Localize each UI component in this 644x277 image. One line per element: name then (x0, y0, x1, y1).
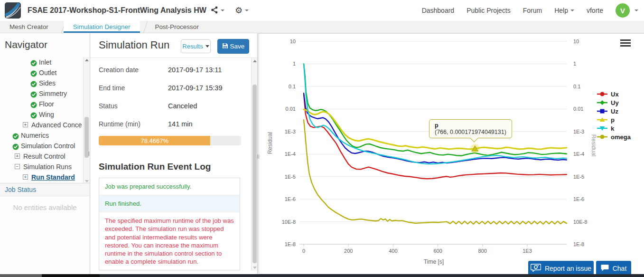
avatar[interactable]: V (616, 3, 630, 18)
tree-item-label: Wing (0, 111, 54, 118)
tab-simulation-designer[interactable]: Simulation Designer (64, 21, 140, 33)
header-nav: Dashboard Public Projects Forum Help vfo… (422, 0, 638, 21)
chart-tooltip: p (766, 0.000171974049131) (429, 119, 512, 138)
navigator-tree: InletOutletSidesSimmetryFloorWing+Advanc… (0, 57, 83, 183)
bottom-bar-segment (100, 274, 644, 277)
collapse-minus-icon[interactable]: − (15, 164, 20, 169)
tree-item-floor[interactable]: Floor (0, 99, 83, 109)
page-title: Simulation Run (99, 39, 169, 51)
chevron-down-icon (635, 10, 638, 11)
field-value: 141 min (168, 120, 193, 128)
progress-fill: 78.4667% (99, 136, 210, 145)
svg-text:800: 800 (478, 248, 487, 254)
event-log-entry: The specified maximum runtime of the job… (99, 212, 240, 270)
svg-text:p: p (611, 116, 615, 124)
svg-text:1E-6: 1E-6 (285, 196, 296, 202)
save-icon (222, 43, 228, 50)
scrollbar-thumb[interactable] (84, 117, 89, 158)
navigator-panel: Navigator InletOutletSidesSimmetryFloorW… (0, 33, 90, 274)
tree-item-outlet[interactable]: Outlet (0, 67, 83, 78)
svg-text:10E-8: 10E-8 (573, 219, 587, 225)
job-status-header[interactable]: Job Status (0, 183, 90, 196)
share-button[interactable] (211, 4, 224, 17)
expand-plus-icon[interactable]: + (23, 174, 28, 180)
field-value: 2017-09-17 15:39 (168, 84, 223, 92)
share-icon (211, 6, 218, 15)
chart-context-menu-button[interactable] (620, 39, 631, 48)
residuals-chart-svg[interactable]: 1010110.10.10.010.011E-31E-31E-41E-41E-5… (259, 34, 644, 274)
tooltip-value: (766, 0.000171974049131) (435, 129, 506, 135)
report-issue-label: Report an issue (545, 265, 591, 272)
residuals-chart[interactable]: 1010110.10.10.010.011E-31E-31E-41E-41E-5… (259, 34, 644, 276)
field-label: Creation date (90, 66, 168, 74)
nav-username[interactable]: vforte (587, 7, 603, 14)
tree-item-advanced-conce[interactable]: +Advanced Conce... (0, 120, 83, 130)
tree-item-simulation-runs[interactable]: −Simulation Runs (0, 162, 83, 172)
legend-item-Ux[interactable]: Ux (597, 91, 619, 98)
tree-item-result-control[interactable]: +Result Control (0, 151, 83, 162)
tree-item-numerics[interactable]: Numerics (0, 130, 83, 141)
svg-text:Residual: Residual (590, 134, 597, 157)
tree-item-simmetry[interactable]: Simmetry (0, 88, 83, 99)
tree-item-sides[interactable]: Sides (0, 78, 83, 88)
tree-item-label: Numerics (0, 132, 49, 139)
panel-resize-handle[interactable] (257, 154, 259, 159)
run-panel-scrollbar[interactable] (251, 58, 257, 271)
svg-text:1E3: 1E3 (523, 248, 532, 254)
field-row: StatusCanceled (90, 97, 257, 115)
nav-help[interactable]: Help (554, 7, 574, 14)
nav-forum[interactable]: Forum (523, 7, 542, 14)
report-issue-button[interactable]: Report an issue (528, 261, 594, 276)
legend-item-p[interactable]: p (597, 116, 615, 124)
nav-public-projects[interactable]: Public Projects (467, 7, 511, 14)
tree-item-wing[interactable]: Wing (0, 109, 83, 120)
settings-button[interactable]: ⚙ (235, 4, 249, 17)
expand-plus-icon[interactable]: + (23, 122, 28, 127)
job-status-empty: No entities available (0, 203, 90, 211)
svg-text:omega: omega (611, 134, 631, 141)
gear-icon: ⚙ (235, 6, 243, 15)
svg-text:Time [s]: Time [s] (424, 258, 444, 265)
app-logo-icon[interactable] (5, 2, 21, 19)
chart-tick-labels: 1010110.10.10.010.011E-31E-31E-41E-41E-5… (267, 38, 597, 265)
svg-text:1E-6: 1E-6 (573, 196, 584, 202)
svg-text:1: 1 (293, 61, 296, 67)
chevron-down-icon (570, 10, 574, 11)
legend-item-omega[interactable]: omega (597, 134, 631, 141)
tab-post-processor[interactable]: Post-Processor (146, 21, 208, 33)
scroll-up-icon[interactable] (253, 60, 257, 62)
expand-plus-icon[interactable]: + (15, 153, 20, 159)
svg-text:0.01: 0.01 (286, 106, 296, 112)
results-dropdown-button[interactable]: Results (181, 39, 211, 53)
legend-item-k[interactable]: k (597, 125, 615, 132)
svg-text:Ux: Ux (611, 91, 619, 98)
scroll-down-icon[interactable] (253, 267, 257, 269)
navigator-scrollbar[interactable] (83, 57, 89, 184)
svg-text:10: 10 (290, 38, 296, 44)
scroll-up-icon[interactable] (85, 59, 89, 61)
legend-item-Uy[interactable]: Uy (597, 99, 619, 106)
chat-button[interactable]: Chat (596, 261, 631, 276)
bottom-bar-segment (42, 274, 100, 277)
chat-bubble-icon (601, 264, 609, 273)
tree-item-run-standard[interactable]: +Run Standard (0, 172, 83, 182)
event-log-entry: Job was prepared successfully. (99, 178, 240, 195)
chart-series (304, 64, 567, 224)
legend-item-Uz[interactable]: Uz (597, 108, 618, 115)
tree-item-inlet[interactable]: Inlet (0, 57, 83, 67)
tree-item-simulation-control[interactable]: Simulation Control (0, 141, 83, 151)
svg-text:0: 0 (302, 248, 305, 254)
svg-text:1E-8: 1E-8 (285, 241, 296, 247)
event-log: Job was prepared successfully.Run finish… (99, 178, 240, 270)
chart-gridlines (299, 41, 567, 247)
svg-text:200: 200 (344, 248, 353, 254)
svg-text:600: 600 (433, 248, 442, 254)
scroll-down-icon[interactable] (85, 180, 89, 182)
svg-text:k: k (611, 125, 615, 132)
tab-mesh-creator[interactable]: Mesh Creator (0, 21, 58, 33)
field-row: Creation date2017-09-17 13:11 (90, 61, 257, 79)
app-root: FSAE 2017-Workshop-S1-FrontWing Analysis… (0, 0, 644, 277)
nav-dashboard[interactable]: Dashboard (422, 7, 455, 14)
save-button[interactable]: Save (217, 39, 249, 54)
scrollbar-thumb[interactable] (252, 85, 257, 263)
